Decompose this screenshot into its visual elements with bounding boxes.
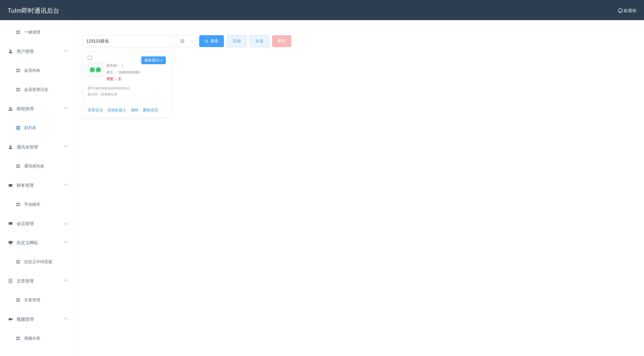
search-label: 搜索 [210,39,218,44]
sidebar-item-10[interactable]: 会话管理 [0,214,74,233]
group-card: 服务器ID:1 群名称： 1 群主： 18888888888 [83,52,172,118]
user-icon [8,49,13,54]
chevron-up-icon [64,107,68,111]
sidebar-item-9[interactable]: 手动操作 [0,195,74,214]
sidebar-item-15[interactable]: 视频管理 [0,310,74,329]
toolbar: 15 搜索 添加 全选 删除 [83,35,636,47]
sidebar-item-14[interactable]: 文章管理 [0,291,74,310]
app-title: TuIm即时通讯后台 [8,7,59,15]
sidebar-item-3[interactable]: 会员登录日志 [0,80,74,99]
sidebar-item-label: 手动操作 [24,202,40,207]
users-icon [8,106,13,111]
sidebar-item-label: 群列表 [24,125,36,131]
sidebar-item-label: 自定义网站 [17,240,38,246]
sidebar-item-label: 自定义中间页面 [24,259,52,265]
sidebar-item-label: 财务管理 [17,183,34,188]
remove-member-link[interactable]: 删除成员 [143,108,158,113]
header: TuIm即时通讯后台 欢迎你 [0,1,644,20]
sidebar-item-label: 会话管理 [17,221,34,227]
card-meta: 群号:9978020241009190111 群公告：没有群公告 [88,85,166,98]
sidebar-item-label: 群组管理 [17,106,34,112]
owner-label: 群主： [106,70,117,74]
svg-rect-9 [10,244,12,244]
chevron-up-icon [64,241,68,244]
sidebar-item-8[interactable]: 财务管理 [0,176,74,195]
select-all-label: 全选 [255,39,263,44]
svg-point-15 [205,40,208,42]
page-size-select[interactable]: 15 [177,35,196,47]
sidebar-item-label: 会员登录日志 [24,87,48,92]
sidebar-item-label: 文章管理 [17,278,34,284]
grid-icon [16,336,21,341]
sidebar-item-12[interactable]: 自定义中间页面 [0,252,74,271]
name-value: 1 [122,63,124,67]
sidebar: 一键清理用户管理会员列表会员登录日志群组管理群列表通讯录管理通讯录列表财务管理手… [0,20,74,356]
sidebar-item-13[interactable]: 文章管理 [0,271,74,291]
sidebar-item-6[interactable]: 通讯录管理 [0,137,74,157]
svg-point-2 [11,108,12,109]
type-label: 类型： [106,77,117,81]
sidebar-item-5[interactable]: 群列表 [0,118,74,137]
owner-value: 18888888888 [118,70,140,74]
sidebar-item-label: 视频管理 [17,316,34,322]
sidebar-item-1[interactable]: 用户管理 [0,42,74,61]
sidebar-item-label: 视频分类 [24,336,40,341]
svg-line-16 [207,42,208,43]
grid-icon [16,298,21,303]
chevron-up-icon [64,145,68,149]
grid-icon [16,87,21,92]
type-value: 主 [118,77,122,81]
sidebar-item-label: 通讯录管理 [17,144,38,150]
notice-value: 没有群公告 [101,92,117,96]
svg-point-3 [10,145,12,147]
notice-label: 群公告： [88,92,101,96]
card-info: 群名称： 1 群主： 18888888888 类型： 主 [106,62,140,82]
sidebar-item-7[interactable]: 通讯录列表 [0,157,74,176]
sidebar-item-4[interactable]: 群组管理 [0,99,74,118]
grid-icon [16,125,21,130]
camera-icon [8,317,13,322]
svg-rect-5 [11,185,12,186]
face-icon [96,67,101,72]
chevron-up-icon [64,317,68,321]
chevron-up-icon [64,50,68,53]
sidebar-item-2[interactable]: 会员列表 [0,61,74,80]
page-size-value: 15 [180,39,184,44]
add-bot-link[interactable]: 添加机器人 [107,108,126,113]
grid-icon [16,164,21,169]
grid-icon [16,202,21,207]
group-id-label: 群号: [88,86,95,90]
sidebar-item-label: 会员列表 [24,68,40,73]
header-welcome[interactable]: 欢迎你 [618,8,636,14]
search-button[interactable]: 搜索 [199,35,224,47]
wallet-icon [8,183,13,188]
svg-rect-8 [10,244,11,244]
sidebar-item-label: 通讯录列表 [24,164,44,169]
doc-icon [8,278,13,283]
user-icon [8,145,13,150]
main-content: 15 搜索 添加 全选 删除 服务器ID:1 [74,20,644,356]
svg-rect-14 [9,318,12,320]
sidebar-item-11[interactable]: 自定义网站 [0,233,74,252]
grid-icon [16,259,21,264]
edit-link[interactable]: 编辑 [131,108,138,113]
sidebar-item-0[interactable]: 一键清理 [0,23,74,42]
select-all-button[interactable]: 全选 [250,35,269,47]
view-chat-link[interactable]: 查看会话 [88,108,103,113]
delete-button[interactable]: 删除 [272,35,291,47]
add-button[interactable]: 添加 [227,35,247,47]
svg-rect-7 [9,241,13,243]
smile-icon [618,8,623,13]
chevron-down-icon [64,221,68,225]
chevron-down-icon [190,39,193,42]
delete-label: 删除 [278,39,286,44]
add-label: 添加 [233,39,241,44]
card-checkbox[interactable] [88,56,92,60]
sidebar-item-label: 一键清理 [24,30,40,35]
sidebar-item-label: 文章管理 [24,298,40,303]
sidebar-item-16[interactable]: 视频分类 [0,329,74,348]
sidebar-item-label: 用户管理 [17,49,34,54]
search-input[interactable] [83,35,174,47]
group-avatar [88,62,103,77]
svg-point-0 [10,50,12,51]
